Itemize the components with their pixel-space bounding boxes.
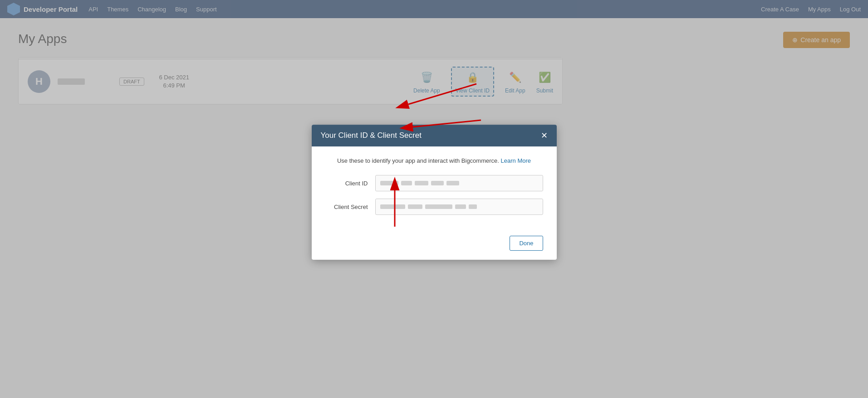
modal-overlay — [0, 0, 868, 118]
